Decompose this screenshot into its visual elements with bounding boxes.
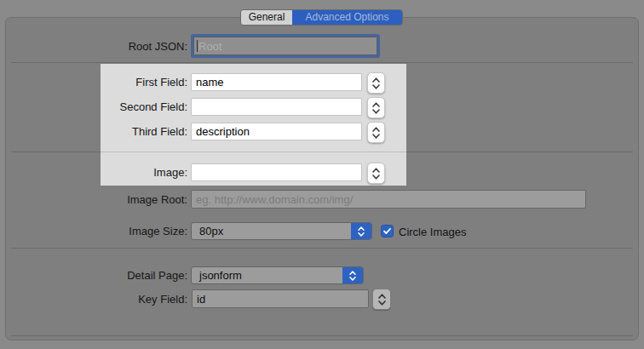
image-stepper[interactable]: [367, 163, 385, 184]
chevron-up-down-icon: [359, 227, 364, 236]
second-field-stepper[interactable]: [367, 97, 385, 118]
chevron-up-down-icon: [373, 78, 379, 89]
dropdown-arrows-cap: [342, 267, 363, 283]
chevron-up-down-icon: [350, 272, 355, 280]
chevron-up-down-icon: [373, 103, 379, 113]
checkmark-icon: [382, 226, 392, 236]
first-field-label: First Field:: [77, 76, 187, 89]
tab-general[interactable]: General: [241, 10, 292, 25]
divider: [11, 248, 633, 249]
divider: [11, 335, 633, 336]
image-size-dropdown[interactable]: 80px: [191, 222, 372, 240]
key-field-stepper[interactable]: [372, 289, 391, 310]
third-field-label: Third Field:: [77, 125, 187, 138]
second-field-label: Second Field:: [77, 100, 187, 113]
image-size-label: Image Size:: [77, 225, 187, 237]
dropdown-arrows-cap: [351, 223, 371, 239]
third-field-input[interactable]: [191, 123, 362, 140]
text-cursor: [197, 40, 198, 52]
root-json-label: Root JSON:: [77, 40, 187, 53]
image-root-input[interactable]: [191, 190, 586, 209]
divider: [11, 62, 633, 63]
image-size-value: 80px: [192, 225, 351, 237]
chevron-up-down-icon: [379, 295, 385, 305]
chevron-up-down-icon: [373, 169, 379, 179]
tab-advanced-options[interactable]: Advanced Options: [292, 10, 402, 25]
detail-page-label: Detail Page:: [77, 269, 187, 282]
third-field-stepper[interactable]: [367, 122, 385, 143]
root-json-input[interactable]: [193, 37, 377, 55]
detail-page-dropdown[interactable]: jsonform: [191, 266, 364, 284]
second-field-input[interactable]: [191, 98, 362, 116]
key-field-input[interactable]: [192, 289, 369, 308]
divider: [101, 152, 406, 152]
first-field-input[interactable]: [191, 73, 362, 91]
first-field-stepper[interactable]: [367, 72, 385, 94]
circle-images-label: Circle Images: [399, 226, 466, 238]
chevron-up-down-icon: [373, 128, 379, 138]
image-root-label: Image Root:: [77, 193, 187, 206]
detail-page-value: jsonform: [192, 269, 342, 282]
image-input[interactable]: [191, 163, 362, 181]
image-label: Image:: [77, 166, 187, 179]
circle-images-checkbox[interactable]: [381, 225, 394, 237]
key-field-label: Key Field:: [77, 293, 187, 306]
tab-bar: General Advanced Options: [240, 9, 403, 26]
